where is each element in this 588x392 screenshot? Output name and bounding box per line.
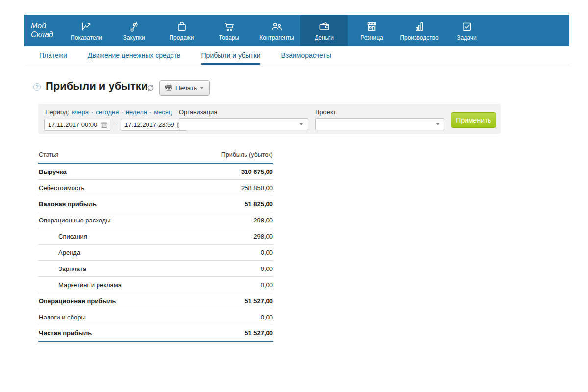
period-shortcuts: Период: вчера · сегодня · неделя · месяц (45, 108, 172, 116)
row-label: Списания (39, 233, 87, 240)
nav-item-goods[interactable]: Товары (205, 15, 253, 46)
row-value: 310 675,00 (241, 168, 273, 175)
table-header: Статья Прибыль (убыток) (38, 149, 273, 164)
column-header-article: Статья (39, 151, 58, 158)
row-label: Чистая прибыль (39, 329, 92, 337)
pnl-report-table: Статья Прибыль (убыток) Выручка 310 675,… (38, 149, 273, 342)
table-row-revenue: Выручка 310 675,00 (38, 164, 273, 180)
apply-button[interactable]: Применить (451, 112, 496, 128)
nav-item-label: Показатели (71, 34, 102, 41)
table-row-marketing: Маркетинг и реклама 0,00 (38, 277, 273, 293)
table-row-operating-profit: Операционная прибыль 51 527,00 (38, 293, 273, 309)
chevron-down-icon (299, 123, 303, 125)
project-label: Проект (315, 108, 336, 116)
nav-item-label: Продажи (169, 34, 194, 41)
row-label: Зарплата (39, 265, 86, 272)
top-navigation: Мой Склад Показатели Закупки (24, 15, 569, 46)
tab-mutual-settlements[interactable]: Взаиморасчеты (281, 46, 331, 65)
table-row-salary: Зарплата 0,00 (38, 261, 273, 277)
tab-cash-flow[interactable]: Движение денежных средств (88, 46, 181, 65)
nav-item-label: Производство (400, 34, 438, 41)
row-value: 51 825,00 (245, 200, 273, 208)
nav-item-retail[interactable]: Розница (348, 15, 395, 46)
date-from-value: 17.11.2017 00:00 (48, 121, 97, 128)
bar-chart-icon (413, 20, 426, 33)
separator: · (149, 108, 151, 116)
date-to-value: 17.12.2017 23:59 (124, 121, 174, 128)
row-label: Себестоимость (39, 184, 84, 192)
nav-item-label: Деньги (315, 34, 334, 41)
date-from-input[interactable]: 17.11.2017 00:00 (44, 119, 110, 131)
nav-item-purchases[interactable]: Закупки (110, 15, 158, 46)
print-button[interactable]: Печать (159, 80, 210, 96)
cart-icon (223, 20, 236, 33)
range-dash: – (114, 121, 117, 128)
table-row-write-offs: Списания 298,00 (38, 228, 273, 245)
organization-select[interactable] (179, 118, 308, 130)
row-label: Маркетинг и реклама (39, 281, 122, 289)
period-month-link[interactable]: месяц (154, 108, 172, 116)
row-value: 51 527,00 (245, 329, 273, 337)
help-icon[interactable]: ? (33, 83, 41, 91)
nav-item-production[interactable]: Производство (395, 15, 443, 46)
period-yesterday-link[interactable]: вчера (72, 108, 89, 116)
row-value: 0,00 (261, 281, 273, 289)
logo-line2: Склад (31, 30, 63, 39)
period-today-link[interactable]: сегодня (96, 108, 119, 116)
separator: · (91, 108, 93, 116)
nav-item-label: Розница (360, 34, 383, 41)
app-logo[interactable]: Мой Склад (24, 15, 63, 46)
wallet-icon (318, 20, 331, 33)
print-label: Печать (175, 84, 197, 92)
period-label: Период: (45, 108, 69, 116)
table-row-net-profit: Чистая прибыль 51 527,00 (38, 325, 273, 342)
table-row-operating-expenses: Операционные расходы 298,00 (38, 212, 273, 228)
row-label: Выручка (39, 168, 67, 175)
date-range: 17.11.2017 00:00 – 17.12.2017 23:59 (44, 119, 187, 131)
shopping-bag-icon (175, 20, 188, 33)
nav-item-label: Контрагенты (259, 34, 294, 41)
tab-payments[interactable]: Платежи (39, 46, 67, 65)
row-value: 258 850,00 (241, 184, 273, 192)
period-week-link[interactable]: неделя (126, 108, 147, 116)
nav-item-label: Товары (219, 34, 239, 41)
tab-profit-loss[interactable]: Прибыли и убытки (201, 46, 261, 65)
row-value: 0,00 (261, 314, 273, 321)
nav-item-sales[interactable]: Продажи (158, 15, 205, 46)
row-label: Операционная прибыль (39, 297, 116, 305)
page: Мой Склад Показатели Закупки (0, 0, 588, 392)
table-row-gross-profit: Валовая прибыль 51 825,00 (38, 196, 273, 212)
people-icon (270, 20, 283, 33)
row-value: 0,00 (261, 249, 273, 256)
chevron-down-icon (436, 123, 440, 125)
nav-item-money[interactable]: Деньги (300, 15, 348, 46)
row-value: 298,00 (253, 233, 273, 240)
page-title: Прибыли и убытки (46, 80, 147, 93)
nav-item-counterparties[interactable]: Контрагенты (253, 15, 300, 46)
project-select[interactable] (315, 118, 444, 130)
chart-line-icon (80, 20, 93, 33)
calendar-icon[interactable] (101, 122, 107, 128)
row-value: 51 527,00 (245, 297, 273, 305)
column-header-profit: Прибыль (убыток) (221, 151, 273, 158)
printer-icon (165, 84, 172, 92)
row-label: Налоги и сборы (39, 314, 86, 321)
row-label: Валовая прибыль (39, 200, 97, 208)
row-value: 298,00 (253, 217, 273, 224)
row-label: Операционные расходы (39, 217, 111, 224)
separator: · (121, 108, 123, 116)
nav-item-indicators[interactable]: Показатели (63, 15, 110, 46)
row-label: Аренда (39, 249, 80, 256)
date-to-input[interactable]: 17.12.2017 23:59 (121, 119, 187, 131)
table-row-cost: Себестоимость 258 850,00 (38, 180, 273, 196)
chevron-down-icon (200, 87, 204, 89)
hand-truck-icon (128, 20, 141, 33)
refresh-icon[interactable] (147, 84, 154, 94)
store-icon (366, 20, 378, 33)
money-subnav: Платежи Движение денежных средств Прибыл… (24, 46, 569, 65)
table-row-rent: Аренда 0,00 (38, 245, 273, 261)
organization-label: Организация (179, 108, 217, 116)
nav-item-tasks[interactable]: Задачи (443, 15, 490, 46)
nav-item-label: Задачи (457, 34, 476, 41)
filter-panel: Период: вчера · сегодня · неделя · месяц… (38, 104, 501, 134)
